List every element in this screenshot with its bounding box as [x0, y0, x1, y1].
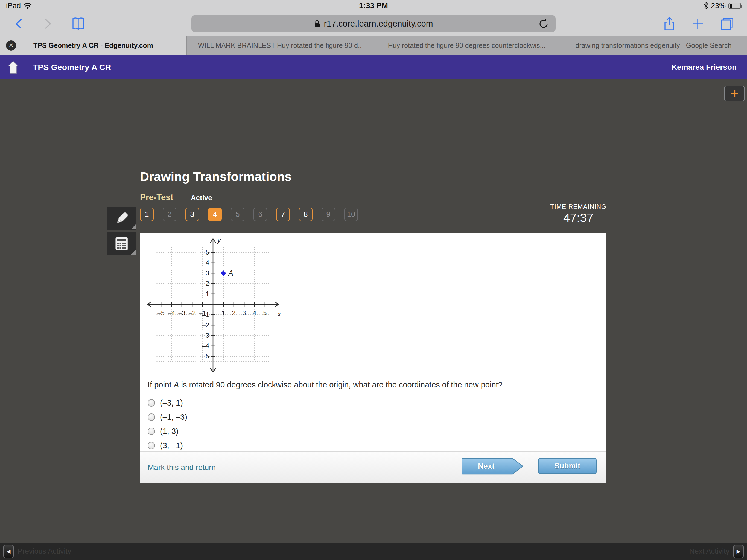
tool-corner-marker [131, 225, 136, 229]
svg-text:x: x [277, 310, 281, 318]
coordinate-grid: –5–5–4–4–3–3–2–2–1–11122334455xyA [146, 236, 281, 374]
close-tab-icon[interactable]: × [6, 41, 16, 51]
lock-icon [314, 19, 320, 28]
svg-text:–1: –1 [202, 311, 209, 318]
new-tab-icon[interactable] [692, 18, 704, 30]
tabs-overview-icon[interactable] [720, 17, 734, 30]
wifi-icon [24, 2, 32, 9]
question-text: If point A is rotated 90 degrees clockwi… [148, 380, 569, 389]
svg-text:4: 4 [206, 259, 209, 266]
svg-text:y: y [217, 236, 221, 244]
timer-label: TIME REMAINING [550, 203, 607, 210]
question-button-4[interactable]: 4 [208, 207, 222, 221]
tab-google-search[interactable]: drawing transformations edgenuity - Goog… [560, 36, 747, 55]
svg-text:–5: –5 [202, 353, 209, 360]
svg-text:1: 1 [206, 290, 209, 298]
answer-options: (–3, 1) (–1, –3) (1, 3) (3, –1) [148, 396, 187, 453]
tab-bar: × TPS Geometry A CR - Edgenuity.com WILL… [0, 36, 747, 55]
next-question-button[interactable]: Next [462, 458, 523, 475]
answer-option-2[interactable]: (–1, –3) [148, 410, 187, 424]
answer-option-3[interactable]: (1, 3) [148, 424, 187, 438]
svg-text:–4: –4 [168, 309, 175, 316]
svg-text:5: 5 [263, 309, 267, 316]
time-remaining: TIME REMAINING 47:37 [550, 203, 607, 225]
radio-button[interactable] [148, 442, 155, 449]
question-button-8[interactable]: 8 [299, 207, 312, 221]
svg-text:3: 3 [242, 309, 246, 316]
svg-text:5: 5 [206, 249, 209, 256]
calculator-tool-button[interactable] [107, 232, 136, 255]
mark-and-return-link[interactable]: Mark this and return [148, 463, 216, 472]
svg-text:A: A [228, 269, 233, 277]
tab-brainly-2[interactable]: Huy rotated the figure 90 degrees counte… [374, 36, 560, 55]
user-name: Kemarea Frierson [672, 63, 737, 72]
lesson-content: + Drawing Transformations Pre-Test Activ… [0, 79, 747, 543]
zoom-plus-button[interactable]: + [724, 85, 745, 101]
svg-text:1: 1 [222, 309, 225, 316]
device-label: iPad [6, 2, 21, 10]
svg-text:2: 2 [206, 280, 209, 287]
forward-button[interactable] [43, 18, 52, 30]
course-title: TPS Geometry A CR [33, 62, 111, 72]
answer-option-1[interactable]: (–3, 1) [148, 396, 187, 410]
question-button-10[interactable]: 10 [344, 207, 358, 221]
reload-button[interactable] [538, 18, 549, 29]
home-button[interactable] [0, 55, 26, 79]
test-type-label: Pre-Test [140, 193, 173, 202]
user-menu[interactable]: Kemarea Frierson [661, 55, 747, 79]
lesson-title: Drawing Transformations [140, 169, 292, 184]
calculator-icon [114, 236, 129, 251]
safari-toolbar: r17.core.learn.edgenuity.com [0, 11, 747, 36]
svg-text:3: 3 [206, 270, 209, 277]
tool-corner-marker [131, 250, 136, 255]
svg-text:–2: –2 [202, 322, 209, 329]
question-nav: 1 2 3 4 5 6 7 8 9 10 [140, 207, 358, 221]
svg-text:–3: –3 [202, 332, 209, 339]
answer-option-4[interactable]: (3, –1) [148, 438, 187, 453]
address-bar[interactable]: r17.core.learn.edgenuity.com [191, 15, 556, 32]
submit-button[interactable]: Submit [538, 458, 597, 474]
question-button-1[interactable]: 1 [140, 207, 154, 221]
question-panel: –5–5–4–4–3–3–2–2–1–11122334455xyA If poi… [140, 233, 607, 483]
clock: 1:33 PM [359, 1, 388, 10]
svg-text:4: 4 [253, 309, 256, 316]
next-activity-button[interactable]: ▶ [733, 545, 744, 558]
highlighter-tool-button[interactable] [107, 207, 136, 230]
test-status-label: Active [191, 194, 212, 202]
url-text: r17.core.learn.edgenuity.com [324, 19, 433, 29]
bluetooth-icon [704, 2, 708, 9]
svg-text:–4: –4 [202, 342, 209, 350]
next-activity-label: Next Activity [689, 547, 729, 556]
previous-activity-label: Previous Activity [18, 547, 71, 556]
svg-text:–3: –3 [178, 309, 185, 316]
course-header: TPS Geometry A CR Kemarea Frierson [0, 55, 747, 79]
tab-brainly-1[interactable]: WILL MARK BRAINLEST Huy rotated the figu… [187, 36, 374, 55]
question-button-7[interactable]: 7 [276, 207, 290, 221]
question-button-2[interactable]: 2 [163, 207, 176, 221]
question-button-9[interactable]: 9 [321, 207, 335, 221]
radio-button[interactable] [148, 413, 155, 421]
svg-text:–5: –5 [157, 309, 164, 316]
radio-button[interactable] [148, 399, 155, 407]
home-icon [7, 61, 19, 74]
question-button-3[interactable]: 3 [185, 207, 199, 221]
question-footer: Mark this and return Next Submit [140, 452, 607, 483]
bookmarks-icon[interactable] [71, 17, 86, 30]
back-button[interactable] [14, 18, 24, 30]
question-button-5[interactable]: 5 [231, 207, 244, 221]
svg-text:2: 2 [232, 309, 236, 316]
pencil-icon [113, 210, 130, 227]
battery-icon [728, 3, 741, 9]
ios-status-bar: iPad 1:33 PM 23% [0, 0, 747, 11]
timer-value: 47:37 [550, 211, 607, 225]
battery-percent: 23% [711, 2, 726, 10]
tab-current[interactable]: × TPS Geometry A CR - Edgenuity.com [0, 36, 187, 55]
question-button-6[interactable]: 6 [254, 207, 267, 221]
previous-activity-button[interactable]: ◀ [3, 545, 14, 558]
share-icon[interactable] [663, 17, 675, 31]
radio-button[interactable] [148, 428, 155, 435]
tool-sidebar [107, 207, 136, 257]
svg-text:–2: –2 [189, 309, 196, 316]
activity-nav-bar: ◀ Previous Activity Next Activity ▶ [0, 543, 747, 560]
